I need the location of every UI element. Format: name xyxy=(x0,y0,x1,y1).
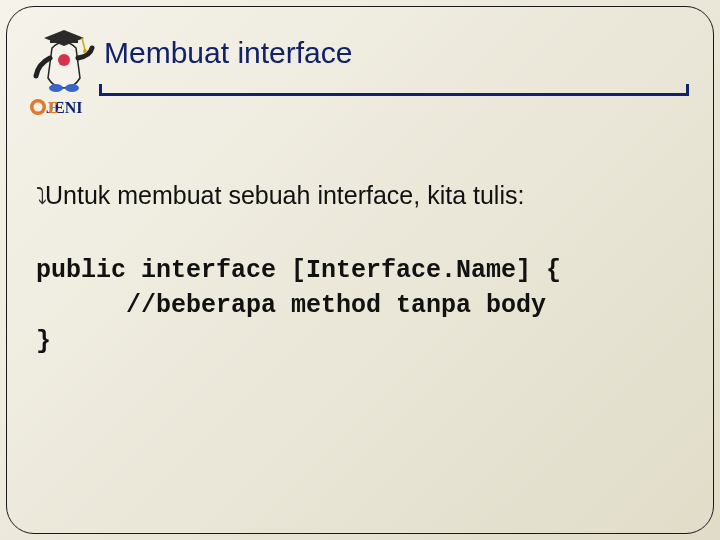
svg-line-5 xyxy=(82,38,85,50)
bullet-text: Untuk membuat sebuah interface, kita tul… xyxy=(45,181,524,209)
svg-point-1 xyxy=(49,84,63,92)
code-line-2: //beberapa method tanpa body xyxy=(36,291,546,320)
svg-point-2 xyxy=(65,84,79,92)
svg-text:E: E xyxy=(48,99,59,116)
slide-body: ⤵Untuk membuat sebuah interface, kita tu… xyxy=(36,178,684,359)
code-line-3: } xyxy=(36,327,51,356)
logo-stack: JENI E xyxy=(30,30,98,125)
svg-marker-4 xyxy=(44,30,84,46)
title-underline xyxy=(100,93,688,96)
svg-point-0 xyxy=(58,54,70,66)
code-line-1: public interface [Interface.Name] { xyxy=(36,256,561,285)
slide-title: Membuat interface xyxy=(104,36,352,70)
java-duke-icon: JENI E xyxy=(30,30,98,125)
bullet-icon: ⤵ xyxy=(36,183,45,208)
svg-point-8 xyxy=(34,103,43,112)
code-block: public interface [Interface.Name] { //be… xyxy=(36,253,684,360)
svg-point-6 xyxy=(83,49,87,53)
bullet-paragraph: ⤵Untuk membuat sebuah interface, kita tu… xyxy=(36,178,684,213)
